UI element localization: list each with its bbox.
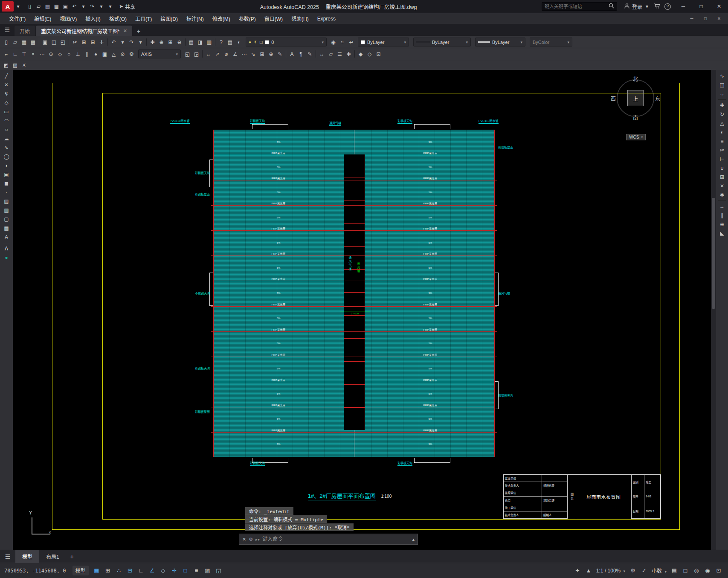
qat-redo-drop-icon[interactable]: ▾ (97, 2, 106, 11)
ortho-icon[interactable]: ∟ (136, 566, 146, 576)
designcenter-icon[interactable]: ◨ (196, 38, 205, 46)
section-plane-icon[interactable]: ◫ (718, 81, 727, 89)
make-block-tool-icon[interactable]: ◼ (2, 179, 11, 188)
chamfer-icon[interactable]: ◣ (718, 229, 727, 238)
cut-icon[interactable]: ✂ (70, 38, 79, 46)
materials-icon[interactable]: ▨ (11, 61, 20, 70)
break-icon[interactable]: ∥ (718, 211, 727, 220)
tab-active-document[interactable]: 重庆某公司新建钢结构厂房竣工图* ✕ (36, 26, 132, 36)
tab-close-icon[interactable]: ✕ (123, 28, 127, 34)
clean-screen-icon[interactable]: ⊡ (713, 566, 724, 576)
undo-icon[interactable]: ↶ (109, 38, 118, 46)
draworder-front-icon[interactable]: ◱ (183, 50, 192, 58)
viewcube-top-face[interactable]: 上 (627, 90, 644, 106)
extend-icon[interactable]: ⊢ (718, 155, 727, 163)
render-icon[interactable]: ◩ (2, 61, 11, 70)
layer-combo[interactable]: ● ☀ ◻ 0 ▾ (246, 38, 327, 46)
qat-undo-drop-icon[interactable]: ▾ (79, 2, 88, 11)
menu-item-3[interactable]: 插入(I) (81, 14, 104, 23)
polyline-tool-icon[interactable]: ↯ (2, 90, 11, 98)
menu-item-4[interactable]: 格式(O) (105, 14, 131, 23)
layout-menu-icon[interactable]: ☰ (0, 550, 15, 563)
search-icon[interactable] (609, 3, 614, 10)
fillet-icon[interactable]: ∪ (718, 164, 727, 172)
doc-minimize-button[interactable]: ─ (685, 15, 698, 23)
point-cloud-icon[interactable]: ● (2, 253, 11, 262)
cart-icon[interactable] (654, 3, 660, 10)
smooth-object-icon[interactable]: ∿ (718, 72, 727, 80)
snap-mode-icon[interactable]: ⊞ (103, 566, 113, 576)
zoom-realtime-icon[interactable]: ⊕ (157, 38, 166, 46)
doc-close-button[interactable]: ✕ (713, 15, 725, 23)
qat-redo-icon[interactable]: ↷ (88, 2, 97, 11)
viewcube[interactable]: 北 南 西 东 上 (614, 77, 657, 119)
layer-properties-icon[interactable]: ▤ (226, 38, 235, 46)
osnap-icon[interactable]: □ (180, 566, 191, 576)
arc-tool-icon[interactable]: ◠ (2, 116, 11, 125)
command-input[interactable] (262, 536, 409, 542)
model-space-button[interactable]: 模型 (73, 566, 89, 575)
menu-item-7[interactable]: 标注(N) (183, 14, 208, 23)
menu-item-8[interactable]: 修改(M) (209, 14, 234, 23)
join-icon[interactable]: ⊕ (718, 220, 727, 229)
mirror-icon[interactable]: ◐ (718, 128, 727, 137)
rotate-icon[interactable]: ↻ (718, 110, 727, 119)
graphics-performance-icon[interactable]: ◉ (702, 566, 713, 576)
wcs-menu[interactable]: WCS ▾ (626, 134, 646, 140)
osnap-settings-icon[interactable]: ⚙ (127, 50, 136, 58)
share-button[interactable]: ➤ 共享 (119, 3, 135, 10)
dim-style-icon[interactable]: ✎ (276, 50, 284, 58)
qat-open-icon[interactable]: ▱ (34, 2, 43, 11)
snap-midpoint-icon[interactable]: ⊤ (20, 50, 29, 58)
selection-cycling-icon[interactable]: ◱ (214, 566, 224, 576)
snap-quadrant-icon[interactable]: ◇ (55, 50, 64, 58)
zoom-window-icon[interactable]: ⊞ (166, 38, 175, 46)
scrollbar-thumb[interactable] (712, 198, 715, 309)
qat-save-icon[interactable]: ▦ (43, 2, 52, 11)
text-style-icon[interactable]: A (2, 244, 11, 253)
xline-tool-icon[interactable]: ✕ (2, 81, 11, 89)
annotation-scale-button[interactable]: 1:1 / 100% ▾ (596, 568, 625, 574)
save-as-icon[interactable]: ▩ (29, 38, 38, 46)
close-button[interactable]: ✕ (710, 0, 728, 13)
qat-new-icon[interactable]: ▯ (25, 2, 34, 11)
area-icon[interactable]: ▱ (326, 50, 335, 58)
dim-angular-icon[interactable]: ∠ (231, 50, 240, 58)
menu-item-6[interactable]: 绘图(D) (157, 14, 182, 23)
snap-insert-icon[interactable]: ▣ (100, 50, 109, 58)
distance-icon[interactable]: ↔ (317, 50, 326, 58)
help-icon[interactable]: ? (217, 38, 226, 46)
undo-list-icon[interactable]: ▾ (118, 38, 127, 46)
dim-aligned-icon[interactable]: ↗ (213, 50, 222, 58)
lock-ui-icon[interactable]: ◻ (680, 566, 690, 576)
line-tool-icon[interactable]: ╱ (2, 72, 11, 80)
snap-from-icon[interactable]: ⌐ (2, 50, 11, 58)
help-search[interactable] (542, 2, 617, 11)
quick-properties-icon[interactable]: ▤ (669, 566, 679, 576)
pan-icon[interactable]: ✚ (148, 38, 157, 46)
vertical-scrollbar[interactable] (711, 70, 716, 550)
grid-icon[interactable]: ▦ (92, 566, 102, 576)
minimize-button[interactable]: ─ (674, 0, 692, 13)
qat-undo-icon[interactable]: ↶ (70, 2, 79, 11)
lineweight-combo[interactable]: ByLayer ▾ (475, 38, 525, 46)
dim-linear-icon[interactable]: ↔ (204, 50, 213, 58)
viewcube-east[interactable]: 东 (655, 95, 660, 102)
qnew-icon[interactable]: ▯ (2, 38, 11, 46)
redo-icon[interactable]: ↷ (127, 38, 136, 46)
autoscale-icon[interactable]: ▲ (583, 566, 594, 576)
zoom-previous-icon[interactable]: ⊖ (175, 38, 184, 46)
tolerance-icon[interactable]: ⊞ (258, 50, 267, 58)
offset-icon[interactable]: ≡ (718, 137, 727, 145)
snap-nearest-icon[interactable]: △ (109, 50, 118, 58)
stretch-icon[interactable]: → (718, 202, 727, 211)
snap-extension-icon[interactable]: ⋯ (38, 50, 46, 58)
application-menu-button[interactable]: A (2, 1, 14, 12)
new-tab-button[interactable]: + (133, 26, 144, 36)
redo-list-icon[interactable]: ▾ (136, 38, 145, 46)
array-icon[interactable]: ⊞ (718, 173, 727, 181)
gradient-tool-icon[interactable]: ▥ (2, 206, 11, 215)
linetype-combo[interactable]: ByLayer ▾ (413, 38, 471, 46)
trim-icon[interactable]: ✂ (718, 146, 727, 154)
snap-center-icon[interactable]: ⊙ (46, 50, 55, 58)
